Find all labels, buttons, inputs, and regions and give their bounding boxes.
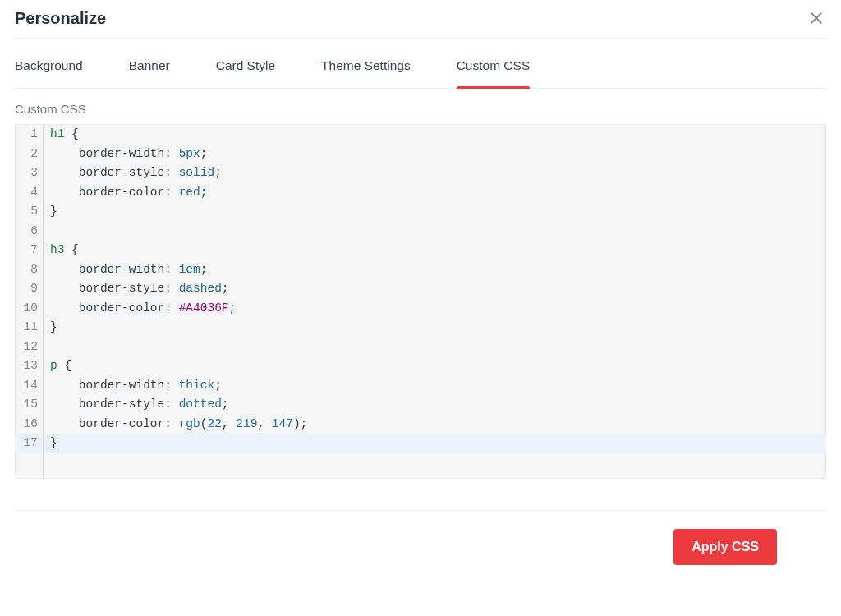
code-line[interactable]: 14 border-width: thick; (16, 376, 825, 396)
code-line[interactable]: 6 (16, 222, 825, 241)
code-line[interactable]: 16 border-color: rgb(22, 219, 147); (16, 415, 825, 434)
code-content[interactable]: border-width: 1em; (44, 260, 825, 280)
close-icon (808, 10, 825, 26)
code-content[interactable]: border-style: dotted; (44, 395, 825, 415)
line-number: 15 (16, 395, 44, 415)
line-number: 16 (16, 415, 44, 434)
line-number: 10 (16, 299, 44, 319)
code-line[interactable]: 5} (16, 202, 825, 222)
personalize-dialog: Personalize BackgroundBannerCard StyleTh… (0, 0, 841, 565)
close-button[interactable] (807, 8, 826, 28)
code-line[interactable]: 10 border-color: #A4036F; (16, 299, 825, 319)
code-content[interactable]: p { (44, 356, 825, 376)
code-line[interactable]: 17} (16, 434, 825, 453)
line-number: 6 (16, 222, 44, 241)
code-content[interactable] (44, 338, 825, 357)
tab-card-style[interactable]: Card Style (216, 58, 275, 88)
code-content[interactable]: border-style: solid; (44, 163, 825, 183)
line-number: 4 (16, 183, 44, 203)
code-content[interactable]: } (44, 434, 825, 453)
code-line[interactable]: 1h1 { (16, 125, 825, 145)
line-number: 5 (16, 202, 44, 222)
tab-background[interactable]: Background (15, 58, 83, 88)
tabs: BackgroundBannerCard StyleTheme Settings… (15, 39, 826, 89)
code-content[interactable]: border-color: #A4036F; (44, 299, 825, 319)
code-content[interactable]: } (44, 318, 825, 338)
line-number: 9 (16, 279, 44, 299)
code-line[interactable]: 9 border-style: dashed; (16, 279, 825, 299)
tab-theme-settings[interactable]: Theme Settings (321, 58, 411, 88)
tab-banner[interactable]: Banner (129, 58, 170, 88)
code-line[interactable]: 8 border-width: 1em; (16, 260, 825, 280)
line-number: 17 (16, 434, 44, 453)
code-content[interactable] (44, 222, 825, 241)
code-line[interactable]: 2 border-width: 5px; (16, 145, 825, 164)
code-content[interactable]: h3 { (44, 241, 825, 260)
line-number: 8 (16, 260, 44, 280)
dialog-footer: Apply CSS (15, 511, 826, 565)
dialog-title: Personalize (15, 9, 106, 28)
code-line[interactable]: 7h3 { (16, 241, 825, 260)
code-content[interactable]: border-style: dashed; (44, 279, 825, 299)
code-line[interactable]: 12 (16, 338, 825, 357)
line-number: 2 (16, 145, 44, 164)
line-number: 14 (16, 376, 44, 396)
code-content[interactable]: border-color: rgb(22, 219, 147); (44, 415, 825, 434)
line-number: 12 (16, 338, 44, 357)
code-content[interactable]: border-width: thick; (44, 376, 825, 396)
apply-css-button[interactable]: Apply CSS (673, 529, 777, 565)
code-line[interactable]: 4 border-color: red; (16, 183, 825, 203)
code-line[interactable]: 3 border-style: solid; (16, 163, 825, 183)
code-content[interactable]: border-width: 5px; (44, 145, 825, 164)
code-line[interactable]: 11} (16, 318, 825, 338)
code-content[interactable]: h1 { (44, 125, 825, 145)
line-number: 3 (16, 163, 44, 183)
line-number: 7 (16, 241, 44, 260)
css-editor[interactable]: 1h1 {2 border-width: 5px;3 border-style:… (15, 124, 826, 479)
dialog-header: Personalize (15, 0, 826, 38)
line-number: 11 (16, 318, 44, 338)
code-content[interactable]: border-color: red; (44, 183, 825, 203)
line-number: 1 (16, 125, 44, 145)
code-line[interactable]: 15 border-style: dotted; (16, 395, 825, 415)
section-label: Custom CSS (15, 102, 826, 116)
code-content[interactable]: } (44, 202, 825, 222)
line-number: 13 (16, 356, 44, 376)
code-line[interactable]: 13p { (16, 356, 825, 376)
tab-custom-css[interactable]: Custom CSS (457, 58, 531, 88)
